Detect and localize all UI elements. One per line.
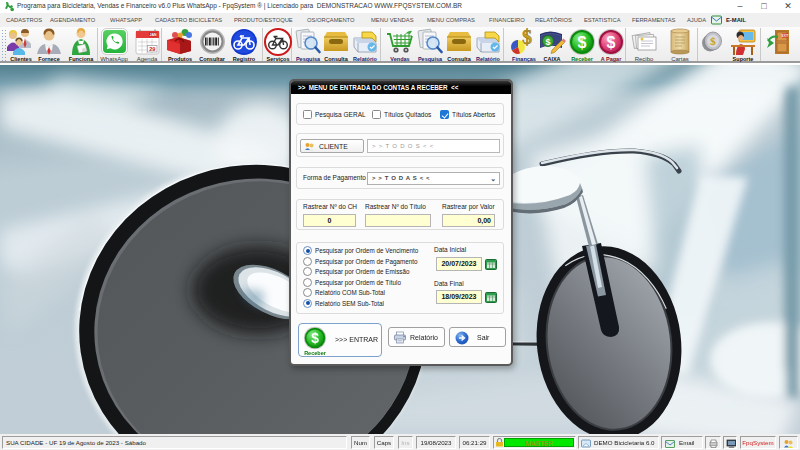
svg-text:$: $ (607, 34, 616, 51)
svg-text:EXIT: EXIT (782, 34, 789, 38)
svg-text:$: $ (545, 37, 550, 47)
svg-text:$: $ (311, 331, 319, 346)
svg-text:29: 29 (149, 46, 155, 52)
svg-text:$: $ (710, 35, 716, 47)
svg-text:$: $ (578, 34, 587, 51)
svg-text:JAN: JAN (149, 33, 156, 37)
